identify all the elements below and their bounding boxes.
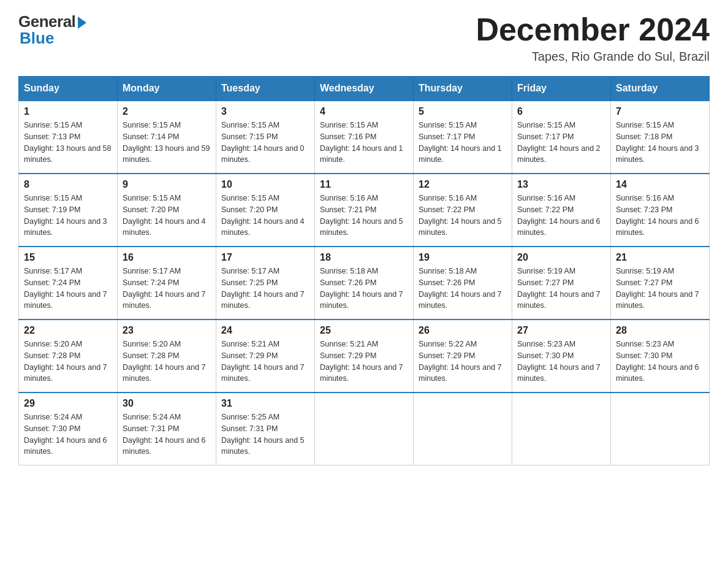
calendar-cell: 24 Sunrise: 5:21 AM Sunset: 7:29 PM Dayl… xyxy=(216,320,315,393)
header-friday: Friday xyxy=(512,77,611,101)
day-info: Sunrise: 5:16 AM Sunset: 7:21 PM Dayligh… xyxy=(320,193,408,239)
calendar-cell: 4 Sunrise: 5:15 AM Sunset: 7:16 PM Dayli… xyxy=(315,101,414,174)
calendar-cell: 1 Sunrise: 5:15 AM Sunset: 7:13 PM Dayli… xyxy=(19,101,118,174)
header-sunday: Sunday xyxy=(19,77,118,101)
day-number: 2 xyxy=(123,106,211,117)
day-number: 27 xyxy=(517,325,605,336)
daylight-label: Daylight: 14 hours and 5 minutes. xyxy=(320,217,403,237)
day-info: Sunrise: 5:15 AM Sunset: 7:17 PM Dayligh… xyxy=(419,120,507,166)
sunset-label: Sunset: 7:27 PM xyxy=(616,278,672,287)
sunset-label: Sunset: 7:26 PM xyxy=(320,278,376,287)
daylight-label: Daylight: 14 hours and 7 minutes. xyxy=(221,363,305,383)
sunrise-label: Sunrise: 5:15 AM xyxy=(123,194,181,202)
calendar-cell: 25 Sunrise: 5:21 AM Sunset: 7:29 PM Dayl… xyxy=(315,320,414,393)
calendar-cell: 19 Sunrise: 5:18 AM Sunset: 7:26 PM Dayl… xyxy=(414,247,512,320)
day-info: Sunrise: 5:25 AM Sunset: 7:31 PM Dayligh… xyxy=(221,412,309,458)
sunset-label: Sunset: 7:31 PM xyxy=(123,424,179,433)
day-number: 3 xyxy=(221,106,309,117)
calendar-cell: 28 Sunrise: 5:23 AM Sunset: 7:30 PM Dayl… xyxy=(611,320,710,393)
calendar-cell xyxy=(414,393,512,465)
day-number: 29 xyxy=(24,398,112,409)
day-number: 12 xyxy=(419,179,507,190)
sunset-label: Sunset: 7:23 PM xyxy=(616,205,672,214)
daylight-label: Daylight: 14 hours and 7 minutes. xyxy=(221,290,305,310)
day-info: Sunrise: 5:15 AM Sunset: 7:19 PM Dayligh… xyxy=(24,193,112,239)
calendar-cell: 2 Sunrise: 5:15 AM Sunset: 7:14 PM Dayli… xyxy=(118,101,216,174)
sunset-label: Sunset: 7:31 PM xyxy=(221,424,278,433)
calendar-cell xyxy=(315,393,414,465)
sunrise-label: Sunrise: 5:19 AM xyxy=(517,267,575,275)
day-number: 5 xyxy=(419,106,507,117)
day-info: Sunrise: 5:20 AM Sunset: 7:28 PM Dayligh… xyxy=(123,339,211,385)
day-info: Sunrise: 5:15 AM Sunset: 7:18 PM Dayligh… xyxy=(616,120,704,166)
header-saturday: Saturday xyxy=(611,77,710,101)
daylight-label: Daylight: 14 hours and 4 minutes. xyxy=(123,217,206,237)
day-info: Sunrise: 5:15 AM Sunset: 7:20 PM Dayligh… xyxy=(123,193,211,239)
calendar-cell: 9 Sunrise: 5:15 AM Sunset: 7:20 PM Dayli… xyxy=(118,174,216,247)
daylight-label: Daylight: 14 hours and 3 minutes. xyxy=(24,217,107,237)
day-info: Sunrise: 5:23 AM Sunset: 7:30 PM Dayligh… xyxy=(616,339,704,385)
week-row-3: 22 Sunrise: 5:20 AM Sunset: 7:28 PM Dayl… xyxy=(19,320,710,393)
calendar-cell xyxy=(512,393,611,465)
sunrise-label: Sunrise: 5:15 AM xyxy=(221,194,279,202)
day-info: Sunrise: 5:18 AM Sunset: 7:26 PM Dayligh… xyxy=(419,266,507,312)
header-thursday: Thursday xyxy=(414,77,512,101)
day-number: 17 xyxy=(221,252,309,263)
day-number: 25 xyxy=(320,325,408,336)
calendar-cell: 11 Sunrise: 5:16 AM Sunset: 7:21 PM Dayl… xyxy=(315,174,414,247)
day-number: 1 xyxy=(24,106,112,117)
sunrise-label: Sunrise: 5:15 AM xyxy=(419,121,477,129)
daylight-label: Daylight: 14 hours and 7 minutes. xyxy=(419,363,502,383)
day-info: Sunrise: 5:15 AM Sunset: 7:20 PM Dayligh… xyxy=(221,193,309,239)
day-info: Sunrise: 5:15 AM Sunset: 7:15 PM Dayligh… xyxy=(221,120,309,166)
daylight-label: Daylight: 14 hours and 1 minute. xyxy=(320,144,403,164)
sunset-label: Sunset: 7:30 PM xyxy=(616,351,672,360)
calendar-cell: 27 Sunrise: 5:23 AM Sunset: 7:30 PM Dayl… xyxy=(512,320,611,393)
daylight-label: Daylight: 14 hours and 7 minutes. xyxy=(320,363,403,383)
week-row-2: 15 Sunrise: 5:17 AM Sunset: 7:24 PM Dayl… xyxy=(19,247,710,320)
sunrise-label: Sunrise: 5:17 AM xyxy=(24,267,82,275)
sunrise-label: Sunrise: 5:21 AM xyxy=(221,340,279,348)
sunrise-label: Sunrise: 5:16 AM xyxy=(320,194,378,202)
calendar-cell: 5 Sunrise: 5:15 AM Sunset: 7:17 PM Dayli… xyxy=(414,101,512,174)
page-header: General Blue December 2024 Tapes, Rio Gr… xyxy=(18,12,710,64)
calendar-table: SundayMondayTuesdayWednesdayThursdayFrid… xyxy=(18,76,710,465)
calendar-cell: 13 Sunrise: 5:16 AM Sunset: 7:22 PM Dayl… xyxy=(512,174,611,247)
calendar-cell: 23 Sunrise: 5:20 AM Sunset: 7:28 PM Dayl… xyxy=(118,320,216,393)
sunset-label: Sunset: 7:21 PM xyxy=(320,205,376,214)
day-number: 28 xyxy=(616,325,704,336)
day-number: 20 xyxy=(517,252,605,263)
day-number: 26 xyxy=(419,325,507,336)
day-number: 15 xyxy=(24,252,112,263)
day-info: Sunrise: 5:16 AM Sunset: 7:22 PM Dayligh… xyxy=(419,193,507,239)
calendar-cell: 17 Sunrise: 5:17 AM Sunset: 7:25 PM Dayl… xyxy=(216,247,315,320)
week-row-0: 1 Sunrise: 5:15 AM Sunset: 7:13 PM Dayli… xyxy=(19,101,710,174)
day-info: Sunrise: 5:24 AM Sunset: 7:30 PM Dayligh… xyxy=(24,412,112,458)
sunset-label: Sunset: 7:28 PM xyxy=(123,351,179,360)
header-wednesday: Wednesday xyxy=(315,77,414,101)
calendar-cell: 3 Sunrise: 5:15 AM Sunset: 7:15 PM Dayli… xyxy=(216,101,315,174)
calendar-cell: 30 Sunrise: 5:24 AM Sunset: 7:31 PM Dayl… xyxy=(118,393,216,465)
daylight-label: Daylight: 14 hours and 7 minutes. xyxy=(123,290,206,310)
day-number: 14 xyxy=(616,179,704,190)
calendar-cell xyxy=(611,393,710,465)
daylight-label: Daylight: 13 hours and 58 minutes. xyxy=(24,144,111,164)
day-number: 11 xyxy=(320,179,408,190)
sunrise-label: Sunrise: 5:16 AM xyxy=(419,194,477,202)
sunset-label: Sunset: 7:30 PM xyxy=(24,424,80,433)
sunset-label: Sunset: 7:17 PM xyxy=(517,132,574,141)
daylight-label: Daylight: 14 hours and 7 minutes. xyxy=(320,290,403,310)
sunrise-label: Sunrise: 5:18 AM xyxy=(320,267,378,275)
calendar-cell: 8 Sunrise: 5:15 AM Sunset: 7:19 PM Dayli… xyxy=(19,174,118,247)
day-info: Sunrise: 5:18 AM Sunset: 7:26 PM Dayligh… xyxy=(320,266,408,312)
day-info: Sunrise: 5:15 AM Sunset: 7:16 PM Dayligh… xyxy=(320,120,408,166)
daylight-label: Daylight: 14 hours and 7 minutes. xyxy=(616,290,699,310)
day-info: Sunrise: 5:19 AM Sunset: 7:27 PM Dayligh… xyxy=(616,266,704,312)
sunrise-label: Sunrise: 5:24 AM xyxy=(123,413,181,421)
daylight-label: Daylight: 14 hours and 6 minutes. xyxy=(517,217,601,237)
calendar-cell: 16 Sunrise: 5:17 AM Sunset: 7:24 PM Dayl… xyxy=(118,247,216,320)
daylight-label: Daylight: 14 hours and 6 minutes. xyxy=(616,217,699,237)
daylight-label: Daylight: 14 hours and 7 minutes. xyxy=(24,290,107,310)
calendar-cell: 10 Sunrise: 5:15 AM Sunset: 7:20 PM Dayl… xyxy=(216,174,315,247)
sunrise-label: Sunrise: 5:25 AM xyxy=(221,413,279,421)
